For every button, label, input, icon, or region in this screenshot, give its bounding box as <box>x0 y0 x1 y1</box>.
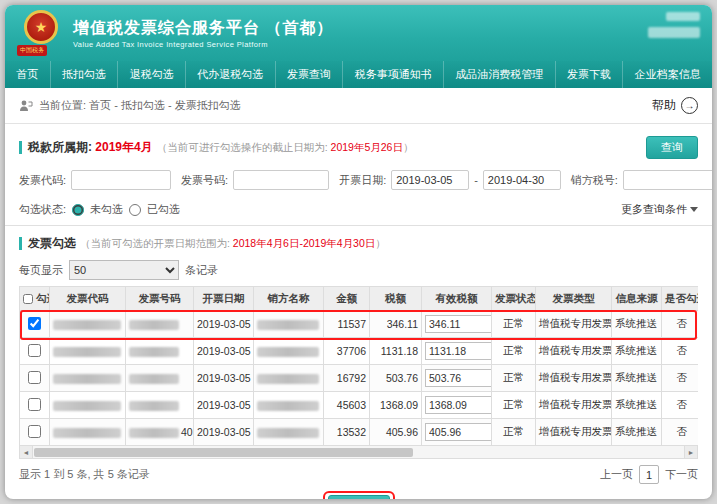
date-to-input[interactable] <box>483 170 561 190</box>
table-row: 2019-03-05 16792 503.76 正常 增值税专用发票 系统推送 … <box>20 365 699 392</box>
seller-tax-input[interactable] <box>623 170 712 190</box>
valid-tax-input[interactable] <box>425 396 492 414</box>
nav-item-home[interactable]: 首页 <box>5 61 51 88</box>
help-button[interactable]: 帮助 → <box>652 97 698 114</box>
radio-checked-label: 已勾选 <box>147 202 180 217</box>
query-button[interactable]: 查询 <box>646 136 698 159</box>
cell-amount: 16792 <box>324 365 370 392</box>
cell-amount: 11537 <box>324 311 370 338</box>
masked-invoice-code <box>53 374 121 384</box>
cell-invoice-code <box>50 338 126 365</box>
nav-item-tax-notice[interactable]: 税务事项通知书 <box>343 61 444 88</box>
invoice-number-visible: 40 <box>181 426 193 438</box>
help-arrow-icon: → <box>681 97 698 114</box>
invoice-number-input[interactable] <box>233 170 329 190</box>
tax-period-label: 税款所属期: <box>28 139 92 156</box>
scrollbar-thumb[interactable] <box>34 448 413 457</box>
next-page-button[interactable]: 下一页 <box>665 467 698 482</box>
row-checkbox[interactable] <box>28 317 41 330</box>
scroll-right-icon[interactable]: ► <box>684 446 697 458</box>
scroll-left-icon[interactable]: ◄ <box>20 446 33 458</box>
cell-invoice-date: 2019-03-05 <box>194 311 254 338</box>
invoice-selection-section: 发票勾选 （当前可勾选的开票日期范围为: 2018年4月6日-2019年4月30… <box>5 225 712 499</box>
cell-status: 正常 <box>492 419 536 446</box>
radio-checked[interactable] <box>129 204 141 216</box>
table-row: 2019-03-05 45603 1368.09 正常 增值税专用发票 系统推送… <box>20 392 699 419</box>
cell-source: 系统推送 <box>612 311 662 338</box>
masked-invoice-code <box>53 428 121 438</box>
cell-invoice-code <box>50 365 126 392</box>
submit-button[interactable]: 提交 <box>328 495 390 499</box>
nav-item-agent-refund-check[interactable]: 代办退税勾选 <box>186 61 276 88</box>
table-row: 2019-03-05 37706 1131.18 正常 增值税专用发票 系统推送… <box>20 338 699 365</box>
radio-unchecked[interactable] <box>72 204 84 216</box>
header-invoice-date: 开票日期 <box>194 287 254 311</box>
page-size-row: 每页显示 50 条记录 <box>19 260 698 280</box>
cell-source: 系统推送 <box>612 365 662 392</box>
cell-status: 正常 <box>492 338 536 365</box>
cell-valid-tax <box>422 311 492 338</box>
page-size-select[interactable]: 50 <box>69 260 179 280</box>
header-amount: 金额 <box>324 287 370 311</box>
invoice-code-input[interactable] <box>71 170 171 190</box>
invoice-code-label: 发票代码: <box>19 173 66 188</box>
page-size-prefix: 每页显示 <box>19 263 63 278</box>
nav-item-deduction-check[interactable]: 抵扣勾选 <box>51 61 119 88</box>
app-title-text: 增值税发票综合服务平台 <box>73 19 260 36</box>
header-invoice-number: 发票号码 <box>126 287 194 311</box>
row-checkbox[interactable] <box>28 371 41 384</box>
select-all-checkbox[interactable] <box>23 294 33 304</box>
header-source: 信息来源 <box>612 287 662 311</box>
row-checkbox[interactable] <box>28 344 41 357</box>
page-size-suffix: 条记录 <box>185 263 218 278</box>
app-subtitle: Value Added Tax Invoice Integrated Servi… <box>73 40 333 49</box>
filter-fields-row: 发票代码: 发票号码: 开票日期: - 销方税号: <box>19 170 698 190</box>
cell-amount: 13532 <box>324 419 370 446</box>
filter-section: 税款所属期: 2019年4月 （当前可进行勾选操作的截止日期为: 2019年5月… <box>5 124 712 225</box>
cell-seller-name <box>254 392 324 419</box>
selection-hint-prefix: （当前可勾选的开票日期范围为: <box>80 237 233 249</box>
horizontal-scrollbar[interactable]: ◄ ► <box>19 446 698 459</box>
invoice-table-wrapper: 勾选 发票代码 发票号码 开票日期 销方名称 金额 税额 有效税额 发票状态 发… <box>19 286 698 446</box>
row-checkbox[interactable] <box>28 398 41 411</box>
user-area <box>648 12 700 38</box>
header-check-label: 勾选 <box>36 292 50 304</box>
cell-source: 系统推送 <box>612 392 662 419</box>
page-number-button[interactable]: 1 <box>639 465 659 484</box>
valid-tax-input[interactable] <box>425 315 492 333</box>
valid-tax-input[interactable] <box>425 342 492 360</box>
nav-item-refined-oil[interactable]: 成品油消费税管理 <box>444 61 556 88</box>
nav-item-invoice-query[interactable]: 发票查询 <box>276 61 344 88</box>
invoice-date-label: 开票日期: <box>339 173 386 188</box>
nav-item-company-profile[interactable]: 企业档案信息 <box>623 61 712 88</box>
valid-tax-input[interactable] <box>425 369 492 387</box>
masked-seller-name <box>257 320 319 330</box>
prev-page-button[interactable]: 上一页 <box>600 467 633 482</box>
cell-tax: 503.76 <box>370 365 422 392</box>
national-emblem-icon: ★ <box>24 10 58 44</box>
header-titles: 增值税发票综合服务平台 （首都） Value Added Tax Invoice… <box>73 18 333 49</box>
header-type: 发票类型 <box>536 287 612 311</box>
masked-user-action[interactable] <box>666 12 700 21</box>
more-conditions-label: 更多查询条件 <box>621 202 687 217</box>
date-from-input[interactable] <box>391 170 469 190</box>
more-conditions-link[interactable]: 更多查询条件 <box>621 202 698 217</box>
cell-valid-tax <box>422 365 492 392</box>
cell-tax: 405.96 <box>370 419 422 446</box>
masked-invoice-number <box>129 374 179 384</box>
cell-invoice-number <box>126 365 194 392</box>
cell-valid-tax <box>422 419 492 446</box>
row-checkbox[interactable] <box>28 425 41 438</box>
logo-caption: 中国税务 <box>17 45 47 56</box>
header: ★ 中国税务 增值税发票综合服务平台 （首都） Value Added Tax … <box>5 5 712 61</box>
table-row: 40 2019-03-05 13532 405.96 正常 增值税专用发票 系统… <box>20 419 699 446</box>
nav-item-refund-check[interactable]: 退税勾选 <box>118 61 186 88</box>
cell-seller-name <box>254 365 324 392</box>
tax-period-row: 税款所属期: 2019年4月 （当前可进行勾选操作的截止日期为: 2019年5月… <box>19 136 698 159</box>
nav-item-invoice-download[interactable]: 发票下载 <box>556 61 624 88</box>
cell-check <box>20 338 50 365</box>
cell-check <box>20 392 50 419</box>
cell-status: 正常 <box>492 392 536 419</box>
cell-status: 正常 <box>492 365 536 392</box>
valid-tax-input[interactable] <box>425 423 492 441</box>
